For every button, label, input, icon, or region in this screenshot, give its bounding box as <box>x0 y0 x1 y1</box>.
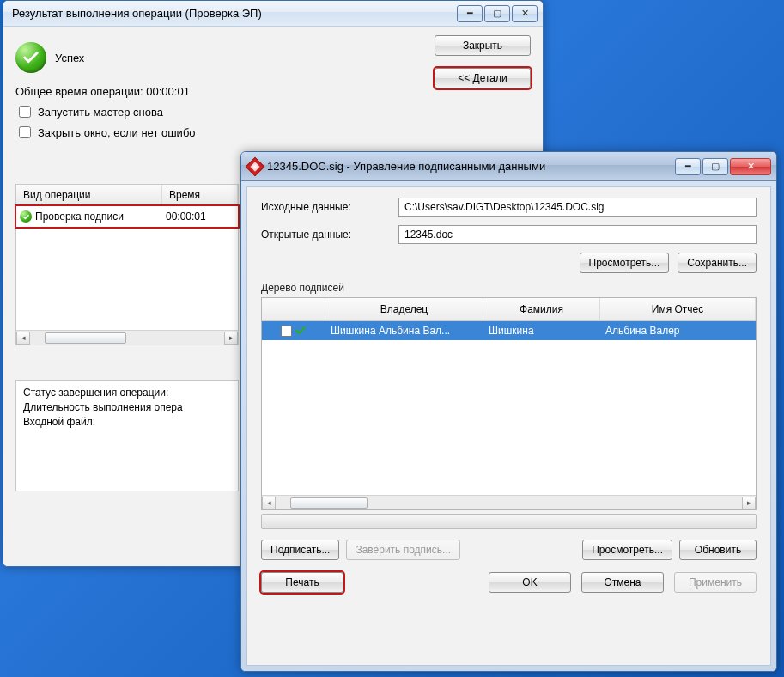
verified-icon <box>295 325 307 337</box>
signed-data-titlebar[interactable]: 12345.DOC.sig - Управление подписанными … <box>241 152 776 181</box>
result-title: Результат выполнения операции (Проверка … <box>12 7 457 20</box>
col-owner[interactable]: Владелец <box>325 298 483 320</box>
signed-data-title: 12345.DOC.sig - Управление подписанными … <box>267 160 675 173</box>
app-icon <box>248 160 262 174</box>
success-label: Успех <box>55 52 84 64</box>
col-time[interactable]: Время <box>162 185 238 205</box>
row-checkbox[interactable] <box>281 326 292 337</box>
source-label: Исходные данные: <box>261 201 390 213</box>
close-button[interactable]: Закрыть <box>435 35 531 56</box>
window-close-button[interactable]: ✕ <box>730 158 771 175</box>
manage-signed-data-dialog: 12345.DOC.sig - Управление подписанными … <box>240 151 777 672</box>
save-button[interactable]: Сохранить... <box>678 253 757 273</box>
success-icon <box>15 42 46 73</box>
apply-button: Применить <box>674 572 757 593</box>
signatures-tree[interactable]: Владелец Фамилия Имя Отчес Шишкина Альби… <box>261 297 757 510</box>
ok-button[interactable]: OK <box>489 572 571 593</box>
view-signature-button[interactable]: Просмотреть... <box>582 540 672 560</box>
countersign-button: Заверить подпись... <box>346 540 460 560</box>
tree-hscroll[interactable]: ◂ ▸ <box>262 495 756 509</box>
col-name[interactable]: Имя Отчес <box>600 298 756 320</box>
source-path-field[interactable] <box>398 198 757 217</box>
view-button[interactable]: Просмотреть... <box>580 253 670 273</box>
restart-checkbox[interactable]: Запустить мастер снова <box>15 103 531 120</box>
col-operation[interactable]: Вид операции <box>16 185 162 205</box>
open-data-field[interactable] <box>398 225 757 244</box>
print-button[interactable]: Печать <box>261 572 343 593</box>
close-no-error-checkbox-input[interactable] <box>19 126 31 138</box>
col-expand[interactable] <box>262 298 325 320</box>
operations-table: Вид операции Время Проверка подписи 00:0… <box>15 184 239 345</box>
operation-row[interactable]: Проверка подписи 00:00:01 <box>16 206 238 227</box>
restart-checkbox-input[interactable] <box>19 106 31 118</box>
signature-row[interactable]: Шишкина Альбина Вал... Шишкина Альбина В… <box>262 321 756 340</box>
maximize-button[interactable]: ▢ <box>484 5 510 22</box>
minimize-button[interactable]: ━ <box>457 5 483 22</box>
col-surname[interactable]: Фамилия <box>483 298 600 320</box>
table-hscroll[interactable]: ◂ ▸ <box>16 330 238 345</box>
close-no-error-checkbox[interactable]: Закрыть окно, если нет ошибо <box>15 124 531 141</box>
status-box: Статус завершения операции: Длительность… <box>15 380 239 491</box>
result-titlebar[interactable]: Результат выполнения операции (Проверка … <box>3 1 543 27</box>
row-status-icon <box>20 210 32 223</box>
open-data-label: Открытые данные: <box>261 229 390 241</box>
minimize-button[interactable]: ━ <box>675 158 701 175</box>
signatures-tree-label: Дерево подписей <box>261 282 757 294</box>
details-button[interactable]: << Детали <box>435 68 531 88</box>
window-close-button[interactable]: ✕ <box>512 5 538 22</box>
maximize-button[interactable]: ▢ <box>702 158 728 175</box>
sign-button[interactable]: Подписать... <box>261 540 339 560</box>
tree-outer-scroll[interactable] <box>261 514 757 529</box>
refresh-button[interactable]: Обновить <box>679 540 757 560</box>
cancel-button[interactable]: Отмена <box>581 572 664 593</box>
